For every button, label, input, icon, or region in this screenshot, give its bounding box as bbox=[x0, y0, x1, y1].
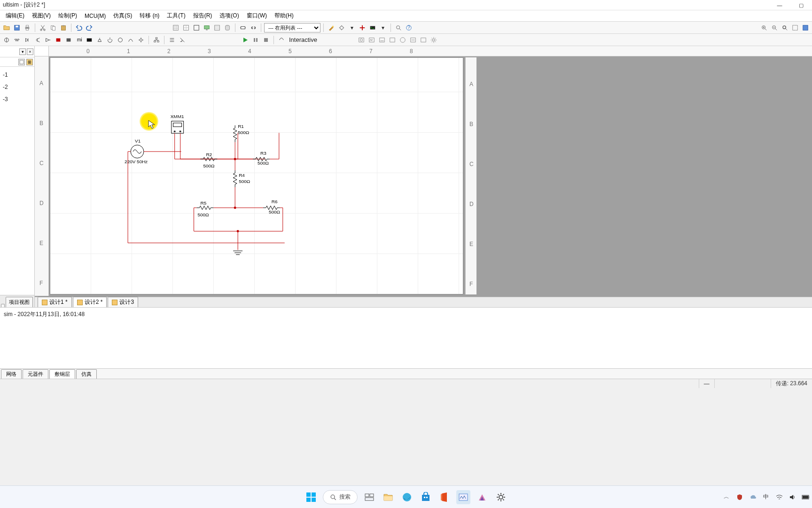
misc2-icon[interactable] bbox=[116, 35, 125, 45]
redo-icon[interactable] bbox=[85, 23, 94, 32]
save-icon[interactable] bbox=[12, 23, 22, 32]
zoom-find-icon[interactable] bbox=[394, 23, 403, 32]
menu-draw[interactable]: 绘制(P) bbox=[55, 11, 81, 21]
log-tab-copper[interactable]: 敷铜层 bbox=[49, 369, 75, 379]
fullscreen-icon[interactable] bbox=[801, 23, 810, 32]
edge-icon[interactable] bbox=[400, 490, 414, 504]
source-icon[interactable] bbox=[2, 35, 11, 45]
hierarchy-item-2[interactable]: -2 bbox=[2, 81, 32, 93]
electro-icon[interactable] bbox=[136, 35, 146, 45]
zoom-area-icon[interactable] bbox=[790, 23, 800, 32]
task-view-icon[interactable] bbox=[362, 490, 376, 504]
analog-icon[interactable] bbox=[43, 35, 53, 45]
link-icon[interactable] bbox=[249, 23, 258, 32]
undo-icon[interactable] bbox=[74, 23, 84, 32]
ground-symbol[interactable] bbox=[233, 251, 242, 254]
component-r1[interactable]: R1 500Ω bbox=[233, 124, 250, 159]
pane-close-icon[interactable]: × bbox=[27, 48, 33, 55]
tray-chevron-up-icon[interactable]: ︿ bbox=[723, 493, 730, 501]
print-icon[interactable] bbox=[23, 23, 32, 32]
instrument-7-icon[interactable] bbox=[419, 35, 428, 45]
sidebar-tab-left[interactable] bbox=[1, 304, 5, 307]
hierarchy-item-3[interactable]: -3 bbox=[2, 93, 32, 105]
place-icon[interactable] bbox=[358, 23, 367, 32]
open-icon[interactable] bbox=[2, 23, 11, 32]
help-icon[interactable]: ? bbox=[404, 23, 414, 32]
tray-volume-icon[interactable] bbox=[789, 493, 796, 501]
menu-transfer[interactable]: 转移 (n) bbox=[136, 11, 163, 21]
rf-icon[interactable] bbox=[126, 35, 135, 45]
dropdown-2[interactable]: ▾ bbox=[378, 23, 388, 32]
component-r5[interactable]: R5 500Ω bbox=[194, 200, 283, 231]
instrument-6-icon[interactable] bbox=[408, 35, 418, 45]
sidebar-tab-project[interactable]: 项目视图 bbox=[6, 297, 33, 307]
zoom-out-icon[interactable] bbox=[770, 23, 779, 32]
instrument-5-icon[interactable] bbox=[398, 35, 407, 45]
menu-edit[interactable]: 编辑(E) bbox=[2, 11, 28, 21]
maximize-button[interactable]: ▢ bbox=[790, 0, 812, 10]
schematic-canvas[interactable]: V1 220V 50Hz XMM1 bbox=[50, 57, 463, 294]
database-icon[interactable] bbox=[223, 23, 232, 32]
instrument-2-icon[interactable] bbox=[367, 35, 376, 45]
minimize-button[interactable]: — bbox=[769, 0, 790, 10]
bus-icon[interactable] bbox=[167, 35, 177, 45]
start-button[interactable] bbox=[304, 490, 318, 504]
menu-report[interactable]: 报告(R) bbox=[189, 11, 216, 21]
cmos-icon[interactable] bbox=[64, 35, 73, 45]
workspace[interactable]: 0 1 2 3 4 5 6 7 8 A B C D E F A B C D E … bbox=[35, 46, 812, 307]
app-icon[interactable] bbox=[475, 490, 489, 504]
component-r2[interactable]: R2 500Ω bbox=[200, 152, 217, 168]
border-icon[interactable] bbox=[192, 23, 201, 32]
design-tab-1[interactable]: 设计1 * bbox=[38, 297, 72, 307]
menu-view[interactable]: 视图(V) bbox=[28, 11, 55, 21]
wand-icon[interactable] bbox=[327, 23, 336, 32]
transistor-icon[interactable] bbox=[33, 35, 42, 45]
indicator-icon[interactable] bbox=[95, 35, 104, 45]
ttl-icon[interactable] bbox=[54, 35, 63, 45]
paste-icon[interactable] bbox=[59, 23, 68, 32]
menu-help[interactable]: 帮助(H) bbox=[271, 11, 297, 21]
pause-button[interactable] bbox=[251, 35, 260, 45]
menu-options[interactable]: 选项(O) bbox=[216, 11, 242, 21]
hierarchy-item-1[interactable]: -1 bbox=[2, 69, 32, 81]
office-icon[interactable] bbox=[437, 490, 452, 504]
instrument-3-icon[interactable] bbox=[377, 35, 387, 45]
tray-battery-icon[interactable] bbox=[802, 493, 809, 501]
tray-onedrive-icon[interactable] bbox=[749, 493, 757, 501]
interactive-icon[interactable] bbox=[277, 35, 286, 45]
mixed-icon[interactable] bbox=[85, 35, 94, 45]
tray-wifi-icon[interactable] bbox=[775, 493, 783, 501]
instrument-4-icon[interactable] bbox=[388, 35, 397, 45]
zoom-fit-icon[interactable] bbox=[780, 23, 789, 32]
design-tab-3[interactable]: 设计3 bbox=[108, 297, 138, 307]
junction-icon[interactable] bbox=[178, 35, 187, 45]
zoom-in-icon[interactable] bbox=[759, 23, 769, 32]
pane-dropdown-icon[interactable]: ▾ bbox=[19, 48, 26, 55]
menu-mcu[interactable]: MCU(M) bbox=[81, 12, 109, 20]
component-r6[interactable]: R6 500Ω bbox=[235, 199, 283, 214]
component-icon[interactable] bbox=[238, 23, 248, 32]
tree-expand-icon[interactable] bbox=[18, 59, 25, 65]
diode-icon[interactable] bbox=[23, 35, 32, 45]
misc-icon[interactable]: misc bbox=[74, 35, 84, 45]
store-icon[interactable] bbox=[419, 490, 433, 504]
multisim-icon[interactable] bbox=[456, 490, 470, 504]
tray-ime-icon[interactable]: 中 bbox=[762, 493, 770, 501]
log-tab-net[interactable]: 网络 bbox=[1, 369, 22, 379]
in-use-list-select[interactable]: --- 在用列表 --- bbox=[264, 23, 320, 32]
menu-tools[interactable]: 工具(T) bbox=[163, 11, 189, 21]
power-icon[interactable] bbox=[105, 35, 115, 45]
component-xmm1[interactable]: XMM1 bbox=[171, 114, 238, 159]
table-icon[interactable] bbox=[212, 23, 222, 32]
settings-icon[interactable] bbox=[494, 490, 508, 504]
run-button[interactable] bbox=[241, 35, 250, 45]
grid-icon[interactable] bbox=[181, 23, 191, 32]
component-r3[interactable]: R3 500Ω bbox=[235, 151, 279, 166]
menu-simulate[interactable]: 仿真(S) bbox=[109, 11, 136, 21]
log-tab-components[interactable]: 元器件 bbox=[23, 369, 48, 379]
tree-select-icon[interactable]: ⊞ bbox=[26, 59, 33, 65]
display-icon[interactable] bbox=[202, 23, 211, 32]
basic-icon[interactable] bbox=[12, 35, 22, 45]
sheet-icon[interactable] bbox=[171, 23, 180, 32]
terminal-icon[interactable] bbox=[368, 23, 377, 32]
